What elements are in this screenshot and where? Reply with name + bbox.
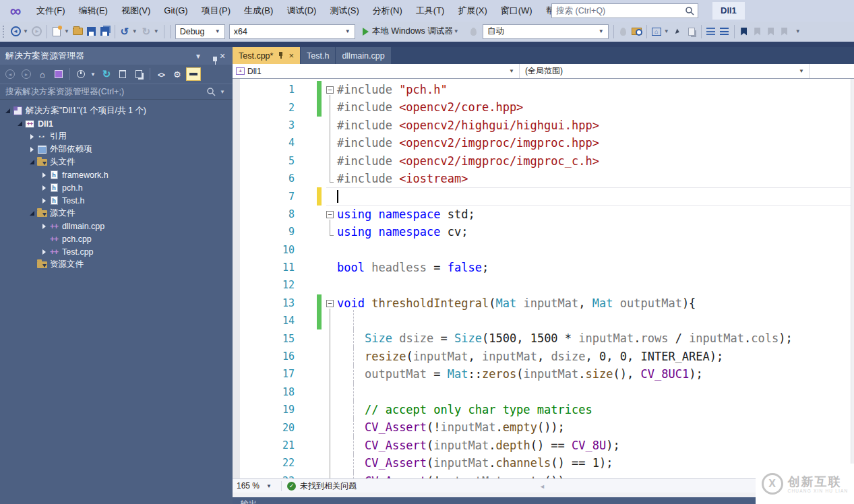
prev-bookmark-icon[interactable] bbox=[751, 24, 764, 40]
pointer-icon[interactable] bbox=[671, 24, 685, 40]
refresh-icon[interactable] bbox=[99, 67, 114, 82]
expand-arrow-icon[interactable] bbox=[27, 132, 36, 141]
next-bookmark-icon[interactable] bbox=[764, 24, 778, 40]
menu-item[interactable]: 调试(D) bbox=[280, 0, 323, 22]
collapse-all-icon[interactable] bbox=[115, 67, 130, 82]
expand-arrow-icon[interactable] bbox=[39, 196, 49, 206]
forward-icon[interactable]: ► bbox=[19, 67, 34, 82]
home-icon[interactable] bbox=[35, 67, 50, 82]
bookmark-icon[interactable] bbox=[737, 24, 751, 40]
tree-item[interactable]: pch.h bbox=[0, 181, 233, 194]
fold-margin[interactable]: − bbox=[326, 294, 335, 312]
menu-item[interactable]: 窗口(W) bbox=[494, 0, 539, 22]
close-icon[interactable]: × bbox=[288, 52, 294, 60]
nav-scope-dropdown[interactable]: (全局范围) ▼ bbox=[520, 64, 810, 78]
window-position-icon[interactable]: ▼ bbox=[192, 53, 204, 60]
indent-decrease-icon[interactable] bbox=[704, 24, 718, 40]
performance-icon[interactable] bbox=[617, 24, 630, 40]
start-debugging-button[interactable]: 本地 Windows 调试器 ▼ bbox=[360, 24, 464, 40]
save-icon[interactable] bbox=[85, 24, 98, 40]
tree-item[interactable]: 解决方案"Dll1"(1 个项目/共 1 个) bbox=[0, 104, 233, 117]
tab-Test.h[interactable]: Test.h bbox=[301, 47, 335, 64]
menu-item[interactable]: 分析(N) bbox=[366, 0, 409, 22]
quick-search-box[interactable] bbox=[551, 3, 698, 18]
tree-item[interactable]: Dll1 bbox=[0, 117, 233, 130]
tree-item[interactable]: dllmain.cpp bbox=[0, 220, 233, 232]
expand-arrow-icon[interactable] bbox=[39, 247, 49, 257]
chevron-down-icon[interactable]: ▼ bbox=[154, 28, 159, 34]
redo-icon[interactable] bbox=[140, 24, 153, 40]
tree-item[interactable]: pch.cpp bbox=[0, 232, 233, 245]
menu-item[interactable]: 扩展(X) bbox=[451, 0, 493, 22]
back-icon[interactable]: ◄ bbox=[3, 67, 18, 82]
sync-active-document-icon[interactable] bbox=[51, 67, 66, 82]
preview-selected-items-icon[interactable] bbox=[186, 67, 201, 82]
undo-icon[interactable] bbox=[118, 24, 131, 40]
tree-item[interactable]: Test.cpp bbox=[0, 245, 233, 258]
solution-explorer-search-box[interactable]: ▼ bbox=[0, 84, 233, 100]
pin-icon[interactable] bbox=[278, 52, 284, 59]
tree-item[interactable]: 源文件 bbox=[0, 207, 233, 220]
chevron-down-icon[interactable]: ▼ bbox=[64, 28, 69, 34]
menu-item[interactable]: 测试(S) bbox=[323, 0, 365, 22]
nav-project-dropdown[interactable]: Dll1 ▼ bbox=[233, 64, 520, 78]
clear-bookmarks-icon[interactable] bbox=[778, 24, 791, 40]
code-editor[interactable]: 1−#include "pch.h"2#include <opencv2/cor… bbox=[233, 79, 854, 478]
fold-margin[interactable]: − bbox=[326, 81, 335, 98]
tab-Test.cpp[interactable]: Test.cpp*× bbox=[233, 47, 300, 64]
menu-item[interactable]: 生成(B) bbox=[237, 0, 280, 22]
chevron-down-icon[interactable]: ▼ bbox=[664, 28, 669, 34]
chevron-down-icon[interactable]: ▼ bbox=[23, 28, 28, 34]
solution-explorer-title-bar[interactable]: 解决方案资源管理器 ▼ × bbox=[0, 47, 233, 65]
home-window-icon[interactable] bbox=[650, 24, 663, 40]
solution-platform-select[interactable]: x64▼ bbox=[229, 24, 355, 39]
collapse-arrow-icon[interactable] bbox=[27, 158, 36, 167]
tree-item[interactable]: 头文件 bbox=[0, 156, 233, 168]
tree-item[interactable]: framework.h bbox=[0, 168, 233, 181]
menu-item[interactable]: 项目(P) bbox=[195, 0, 237, 22]
properties-doc-icon[interactable] bbox=[131, 67, 146, 82]
menu-item[interactable]: Git(G) bbox=[157, 0, 194, 22]
quick-search-input[interactable] bbox=[552, 6, 685, 15]
menu-item[interactable]: 文件(F) bbox=[30, 0, 72, 22]
navigate-forward-icon[interactable] bbox=[30, 24, 44, 40]
vertical-scrollbar[interactable] bbox=[851, 79, 854, 478]
fold-margin[interactable]: − bbox=[326, 206, 335, 223]
chevron-down-icon[interactable]: ▼ bbox=[220, 89, 225, 95]
collapse-arrow-icon[interactable] bbox=[15, 119, 24, 129]
expand-arrow-icon[interactable] bbox=[39, 183, 49, 193]
find-in-files-icon[interactable] bbox=[630, 24, 644, 40]
attach-target-select[interactable]: 自动▼ bbox=[483, 24, 609, 39]
navigate-back-icon[interactable] bbox=[9, 24, 22, 40]
close-icon[interactable]: × bbox=[216, 51, 228, 61]
expand-arrow-icon[interactable] bbox=[39, 222, 49, 231]
new-file-icon[interactable] bbox=[50, 24, 63, 40]
toolbar-overflow-icon[interactable]: ▼ bbox=[795, 28, 801, 34]
chevron-down-icon[interactable]: ▼ bbox=[90, 71, 96, 77]
tab-dllmain.cpp[interactable]: dllmain.cpp bbox=[336, 47, 390, 64]
code-health-status[interactable]: 未找到相关问题 bbox=[300, 480, 357, 492]
tree-item[interactable]: 外部依赖项 bbox=[0, 143, 233, 156]
solution-configuration-select[interactable]: Debug▼ bbox=[175, 24, 225, 39]
zoom-level-select[interactable]: 165 % ▼ bbox=[233, 479, 276, 493]
solution-explorer-search-input[interactable] bbox=[5, 87, 206, 96]
collapse-arrow-icon[interactable] bbox=[3, 106, 12, 116]
menu-item[interactable]: 编辑(E) bbox=[72, 0, 115, 22]
open-file-icon[interactable] bbox=[71, 24, 85, 40]
show-all-files-icon[interactable] bbox=[154, 67, 169, 82]
menu-item[interactable]: 视图(V) bbox=[115, 0, 157, 22]
wrench-icon[interactable] bbox=[170, 67, 185, 82]
save-all-icon[interactable] bbox=[98, 24, 112, 40]
chevron-down-icon[interactable]: ▼ bbox=[132, 28, 138, 34]
menu-item[interactable]: 工具(T) bbox=[409, 0, 452, 22]
indent-increase-icon[interactable] bbox=[718, 24, 731, 40]
toolbar-grip[interactable] bbox=[2, 25, 5, 38]
performance-flame-icon[interactable] bbox=[470, 28, 477, 36]
tree-item[interactable]: 资源文件 bbox=[0, 258, 233, 271]
pending-changes-filter-icon[interactable] bbox=[73, 67, 88, 82]
expand-arrow-icon[interactable] bbox=[27, 145, 36, 154]
expand-arrow-icon[interactable] bbox=[39, 170, 49, 180]
collapse-arrow-icon[interactable] bbox=[27, 209, 36, 218]
nav-member-dropdown[interactable] bbox=[810, 64, 854, 78]
copy-icon[interactable] bbox=[685, 24, 698, 40]
